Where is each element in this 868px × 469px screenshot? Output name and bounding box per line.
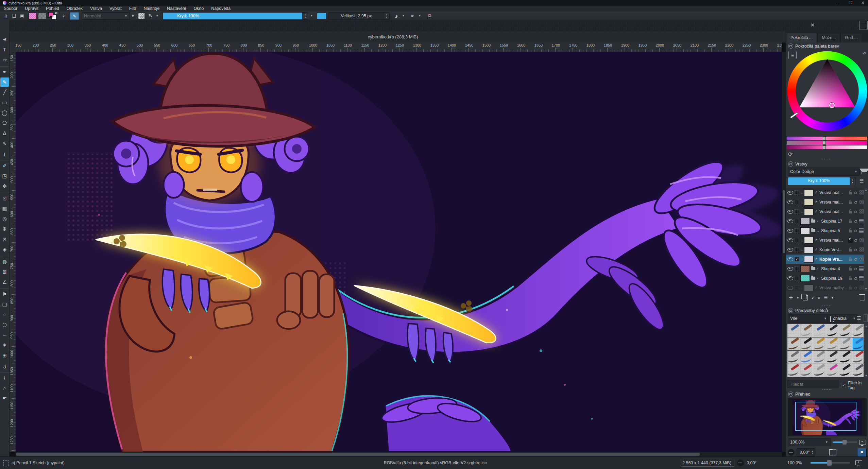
layer-lock-icon[interactable] [849,259,852,261]
layer-name[interactable]: Skupina 4 [821,266,848,271]
move-tool[interactable]: ✥ [0,181,9,191]
inherit-alpha-icon[interactable] [859,219,864,223]
layer-lock-icon[interactable] [849,249,852,251]
move-layer-down-button[interactable]: ∨ [811,295,814,300]
group-expand-icon[interactable]: ⌄ [817,229,820,232]
contiguous-select-tool[interactable]: ✶ [0,341,9,350]
inherit-alpha-icon[interactable] [859,238,864,242]
overview-zoom-combo[interactable]: 100,0%▼ [788,438,831,446]
color-history-refresh-icon[interactable]: ⟳ [788,151,793,157]
workspace-chooser-button[interactable] [859,21,868,30]
layer-visibility-icon[interactable] [787,276,793,280]
group-expand-icon[interactable]: › [817,219,820,223]
overview-angle-spinner[interactable]: 0,00° ▲▼ [797,448,815,456]
chevron-down-icon[interactable]: ▼ [402,14,405,17]
gradient-chooser-swatch[interactable] [29,13,37,19]
layer-lock-icon[interactable] [849,230,852,232]
layer-options-icon[interactable]: ☰ [860,178,864,184]
brush-preset-tile[interactable] [813,324,826,337]
transform-layer-tool[interactable]: ◳ [0,171,9,180]
brush-preset-tile[interactable] [800,351,813,364]
layer-row[interactable]: ›Skupina 4α [786,264,864,274]
overview-zoom-slider[interactable] [833,441,857,443]
layer-checkbox[interactable] [795,266,799,271]
chevron-down-icon[interactable]: ▼ [310,14,313,17]
canvas-horizontal-scrollbar[interactable] [16,452,782,456]
measure-tool[interactable]: ∠ [0,277,9,286]
brush-size-slider[interactable]: Velikost: 2,95 px [328,12,384,20]
brush-filter-combo[interactable]: Vše▼ [788,314,829,323]
overview-viewport-rect[interactable] [795,402,856,431]
layer-visibility-icon[interactable] [787,286,793,290]
polygon-tool[interactable]: ⬠ [0,118,9,127]
layer-checkbox[interactable]: ✓ [795,257,799,261]
chevron-down-icon[interactable]: ▼ [831,296,834,299]
layer-checkbox[interactable] [795,190,799,195]
fit-page-icon[interactable] [855,460,862,465]
group-expand-icon[interactable]: › [817,267,820,271]
alpha-lock-icon[interactable]: α [853,190,858,195]
menu-filtr[interactable]: Filtr [125,6,140,12]
opacity-slider[interactable]: Krytí: 100% [163,12,303,20]
docker-splitter[interactable]: •••••• [786,388,868,390]
layer-row[interactable]: ›Skupina 17α [786,216,864,226]
layer-lock-icon[interactable] [849,240,852,242]
canvas-rotation-dial-icon[interactable] [737,459,744,466]
brush-preset-tile[interactable] [852,364,864,377]
brush-options-icon[interactable]: ☰ [857,315,861,321]
window-maximize-button[interactable]: ❐ [849,0,852,5]
layer-lock-icon[interactable] [849,287,852,290]
brush-preset-tile[interactable] [852,351,864,364]
wraparound-mode-button[interactable]: ⧉ [426,12,434,19]
tab-grid[interactable]: Grid ... [840,33,862,42]
layer-blending-mode-combo[interactable]: Color Dodge▼ [788,168,860,176]
layer-name[interactable]: Skupina 17 [821,219,848,224]
brush-preset-tile[interactable] [826,351,839,364]
alpha-lock-icon[interactable]: α [853,219,858,224]
assistants-tool[interactable]: ⊠ [0,267,9,276]
layer-visibility-icon[interactable] [787,229,793,233]
pattern-chooser-swatch[interactable] [38,13,46,19]
save-document-button[interactable]: ▣ [18,12,26,19]
freehand-select-tool[interactable]: ∽ [0,330,9,340]
layer-lock-icon[interactable] [849,202,852,204]
layer-visibility-icon[interactable] [787,200,793,204]
layer-checkbox[interactable] [795,285,799,290]
menu-obrázek[interactable]: Obrázek [63,6,86,12]
gradient-tool[interactable]: ▧ [0,204,9,213]
brush-preset-tile[interactable] [826,324,839,337]
layer-name[interactable]: Kopie Vrst... [819,247,848,252]
mirror-view-icon[interactable] [829,449,833,455]
pin-docker-button[interactable]: ⚑ [857,448,867,457]
add-layer-button[interactable]: + [789,294,793,301]
menu-vybrat[interactable]: Vybrat [106,6,125,12]
layer-row[interactable]: ✓∟↱Kopie Vrs...α [786,255,864,264]
alpha-lock-icon[interactable]: α [853,228,858,233]
layer-checkbox[interactable] [795,228,799,233]
docker-lock-icon[interactable] [788,161,793,167]
layer-name[interactable]: Vrstva mal... [819,238,848,243]
brush-search-input[interactable] [787,380,838,388]
brush-preset-tile[interactable] [852,324,864,337]
bezier-curve-tool[interactable]: ∿ [0,139,9,148]
layer-row[interactable]: ∟↱Vrstva mal...α [786,188,864,197]
layer-row[interactable]: ∟↱Vrstva malby...α [786,283,864,291]
freehand-brush-tool[interactable]: ✎ [0,77,9,87]
layer-lock-icon[interactable] [849,211,852,213]
inherit-alpha-icon[interactable] [859,257,864,261]
layer-visibility-icon[interactable] [787,248,793,252]
brush-preset-tile[interactable] [787,324,800,337]
inherit-alpha-icon[interactable] [859,209,864,214]
tab-options[interactable]: Možn... [817,33,840,42]
filter-in-tag-checkbox[interactable]: ✓ [841,383,846,388]
eraser-mode-button[interactable]: ⬧ [129,12,137,19]
alpha-lock-icon[interactable]: α [853,209,858,214]
preserve-alpha-button[interactable] [138,13,145,19]
zoom-tool[interactable]: ⌕ [0,383,9,393]
line-tool[interactable]: ╱ [0,88,9,97]
brush-preset-tile[interactable] [826,364,839,377]
layer-visibility-icon[interactable] [787,238,793,242]
text-tool[interactable]: T [0,45,9,54]
layer-name[interactable]: Vrstva mal... [819,209,848,214]
alpha-lock-icon[interactable]: α [853,247,858,252]
